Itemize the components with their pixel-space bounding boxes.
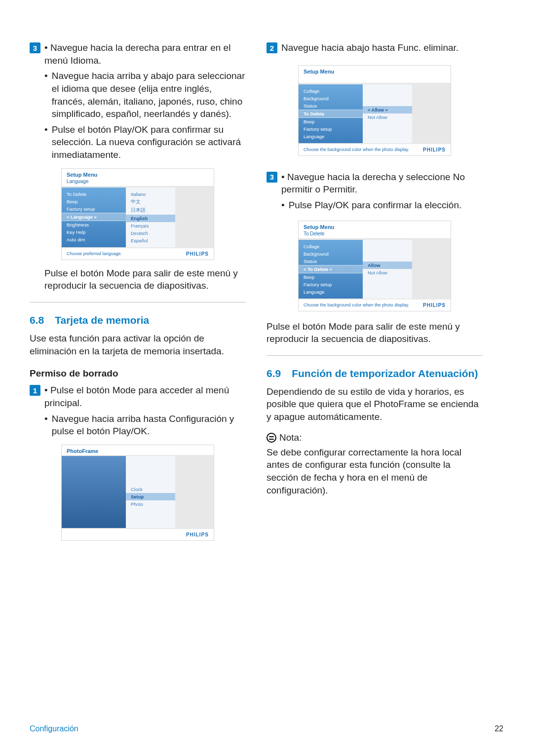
bullet-icon: • <box>281 200 285 211</box>
ss-header: Setup Menu <box>299 66 451 76</box>
step-3r-row: 3 • Navegue hacia la derecha y seleccion… <box>266 171 483 196</box>
menu-item: Beep <box>299 273 363 281</box>
step-3-text-2: Navegue hacia arriba y abajo para selecc… <box>52 70 246 120</box>
step-3-text-1: • Navegue hacia la derecha para entrar e… <box>44 41 246 67</box>
right-column: 2 Navegue hacia abajo hasta Func. elimin… <box>266 41 483 548</box>
ss-footer: Choose the background color when the pho… <box>299 300 451 311</box>
note-body: Se debe configurar correctamente la hora… <box>266 446 483 497</box>
step-3-text-3: Pulse el botón Play/OK para confirmar su… <box>52 123 246 161</box>
ss-header: PhotoFrame <box>62 445 214 455</box>
step-3-bullet-2: • Navegue hacia arriba y abajo para sele… <box>30 70 246 120</box>
ss-right-panel <box>175 188 214 247</box>
ss-right-panel <box>175 456 214 528</box>
ss-footer: Choose preferred language. PHILIPS <box>62 248 214 260</box>
menu-item: Not Allow <box>363 269 412 276</box>
screenshot-photoframe-menu: PhotoFrame ClockSetupPhoto PHILIPS <box>61 445 214 541</box>
menu-item: Photo <box>126 500 175 508</box>
ss-body: CollageBackgroundStatus« To Delete »Beep… <box>299 239 451 300</box>
step-3-bullet-3: • Pulse el botón Play/OK para confirmar … <box>30 123 246 161</box>
section-6-8-body: Use esta función para activar la opción … <box>30 332 246 357</box>
note-icon <box>266 433 276 443</box>
menu-item: Clock <box>126 486 175 493</box>
ss-mid-panel: « Allow »Not Allow <box>363 84 412 143</box>
ss-mid-panel: AllowNot Allow <box>363 240 412 299</box>
philips-logo: PHILIPS <box>423 302 446 308</box>
screenshot-language-menu: Setup Menu Language To DeleteBeepFactory… <box>61 168 214 260</box>
step-number-1: 1 <box>30 385 40 396</box>
columns: 3 • Navegue hacia la derecha para entrar… <box>30 41 503 548</box>
section-6-9-title: 6.9 Función de temporizador Atenuación) <box>266 368 483 379</box>
ss-subheader: Language <box>62 179 214 187</box>
divider <box>266 355 483 356</box>
menu-item: Collage <box>299 87 363 95</box>
ss-footer-text: Choose preferred language. <box>67 251 122 256</box>
step-2-row: 2 Navegue hacia abajo hasta Func. elimin… <box>266 41 483 54</box>
menu-item: Français <box>126 222 175 229</box>
menu-item: Background <box>299 95 363 102</box>
menu-item: « Allow » <box>363 106 412 113</box>
footer-page-number: 22 <box>495 724 503 733</box>
menu-item: Deutsch <box>126 229 175 237</box>
menu-item: Not Allow <box>363 113 412 121</box>
section-6-8-title: 6.8 Tarjeta de memoria <box>30 314 246 326</box>
ss-header: Setup Menu <box>62 169 214 179</box>
after-ss4-text: Pulse el botón Mode para salir de este m… <box>266 320 483 345</box>
step-3r-text-2: Pulse Play/OK para confirmar la elección… <box>289 199 483 212</box>
menu-item: Language <box>299 133 363 140</box>
menu-item: Setup <box>126 493 175 500</box>
step-number-3: 3 <box>30 42 40 53</box>
ss-footer-text: Choose the background color when the pho… <box>304 302 409 307</box>
ss-left-panel <box>62 456 126 528</box>
step-3r-bullet-2: • Pulse Play/OK para confirmar la elecci… <box>266 199 483 212</box>
step-1-text-2: Navegue hacia arriba hasta Configuración… <box>52 413 246 438</box>
step-2-text: Navegue hacia abajo hasta Func. eliminar… <box>281 41 483 54</box>
menu-item: Language <box>299 288 363 296</box>
divider <box>30 302 246 302</box>
ss-body: To DeleteBeepFactory setup« Language »Br… <box>62 187 214 248</box>
step-number-2: 2 <box>266 42 277 53</box>
menu-item: Key Help <box>62 228 126 236</box>
step-1-bullet-2: • Navegue hacia arriba hasta Configuraci… <box>30 413 246 438</box>
ss-body: ClockSetupPhoto <box>62 455 214 529</box>
note-row: Nota: <box>266 432 483 443</box>
menu-item: 中文 <box>126 198 175 206</box>
screenshot-todelete-allow: Setup Menu CollageBackgroundStatusTo Del… <box>298 65 451 156</box>
menu-item: Allow <box>363 262 412 269</box>
philips-logo: PHILIPS <box>186 532 209 537</box>
philips-logo: PHILIPS <box>423 147 446 152</box>
step-3r-text-1: • Navegue hacia la derecha y seleccione … <box>281 171 483 196</box>
menu-item: Auto dim <box>62 236 126 243</box>
menu-item: Beep <box>62 198 126 205</box>
section-heading: Función de temporizador Atenuación) <box>292 368 478 379</box>
menu-item: Factory setup <box>62 205 126 213</box>
menu-item: Factory setup <box>299 125 363 133</box>
menu-item: Collage <box>299 243 363 250</box>
step-1-row: 1 • Pulse el botón Mode para acceder al … <box>30 384 246 409</box>
bullet-icon: • <box>44 414 48 424</box>
section-6-9-body: Dependiendo de su estilo de vida y horar… <box>266 385 483 423</box>
section-number: 6.8 <box>30 314 44 326</box>
section-number: 6.9 <box>266 368 281 379</box>
screenshot-todelete-confirm: Setup Menu To Delete CollageBackgroundSt… <box>298 221 451 311</box>
ss-footer: PHILIPS <box>62 529 214 540</box>
section-heading: Tarjeta de memoria <box>55 314 149 326</box>
left-column: 3 • Navegue hacia la derecha para entrar… <box>30 41 246 548</box>
ss-left-panel: CollageBackgroundStatus« To Delete »Beep… <box>299 240 363 299</box>
after-ss1-text: Pulse el botón Mode para salir de este m… <box>30 267 246 292</box>
ss-subheader <box>299 76 451 83</box>
menu-item: Español <box>126 237 175 244</box>
step-3-row: 3 • Navegue hacia la derecha para entrar… <box>30 41 246 67</box>
menu-item: « To Delete » <box>299 265 363 273</box>
menu-item: « Language » <box>62 213 126 221</box>
menu-item: English <box>126 215 175 222</box>
ss-left-panel: To DeleteBeepFactory setup« Language »Br… <box>62 188 126 247</box>
bullet-icon: • <box>44 71 48 81</box>
menu-item: To Delete <box>62 190 126 198</box>
step-number-3: 3 <box>266 172 277 183</box>
note-label: Nota: <box>279 432 302 443</box>
sub-heading-permiso: Permiso de borrado <box>30 368 246 379</box>
footer-section: Configuración <box>30 724 78 733</box>
ss-right-panel <box>412 240 451 299</box>
menu-item: To Delete <box>299 110 363 118</box>
ss-mid-panel: Italiano中文日本語EnglishFrançaisDeutschEspañ… <box>126 188 175 247</box>
